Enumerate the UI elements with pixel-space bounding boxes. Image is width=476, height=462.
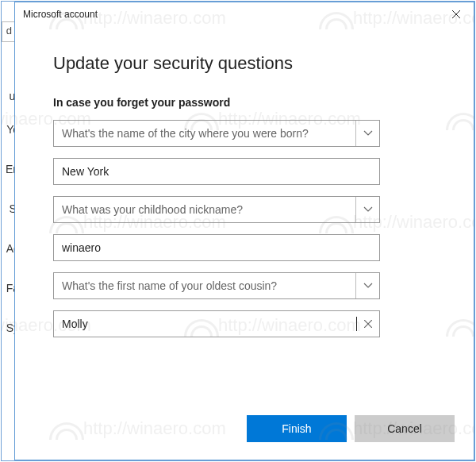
close-button[interactable] xyxy=(439,2,474,26)
cancel-button[interactable]: Cancel xyxy=(355,415,455,442)
answer-2-input[interactable]: winaero xyxy=(53,234,380,261)
answer-2-text: winaero xyxy=(62,241,371,254)
subheading: In case you forget your password xyxy=(53,96,436,109)
question-3-text: What's the first name of your oldest cou… xyxy=(62,279,355,292)
close-icon xyxy=(364,320,372,328)
dialog-footer: Finish Cancel xyxy=(15,415,474,460)
question-2-select[interactable]: What was your childhood nickname? xyxy=(53,196,380,223)
question-1-text: What's the name of the city where you we… xyxy=(62,127,355,140)
chevron-down-icon xyxy=(355,197,379,222)
image-frame: d ur Yo En Si Ac Fa Sy Microsoft account… xyxy=(1,1,475,461)
answer-3-input[interactable]: Molly xyxy=(53,310,380,337)
titlebar: Microsoft account xyxy=(15,2,474,26)
finish-button[interactable]: Finish xyxy=(247,415,347,442)
question-2-text: What was your childhood nickname? xyxy=(62,203,355,216)
answer-1-input[interactable]: New York xyxy=(53,158,380,185)
question-1-select[interactable]: What's the name of the city where you we… xyxy=(53,120,380,147)
security-questions-dialog: Microsoft account Update your security q… xyxy=(14,2,474,460)
chevron-down-icon xyxy=(355,273,379,298)
answer-3-text: Molly xyxy=(62,318,355,330)
dialog-content: Update your security questions In case y… xyxy=(15,26,474,415)
window-title: Microsoft account xyxy=(23,9,439,20)
clear-input-button[interactable] xyxy=(357,311,379,337)
chevron-down-icon xyxy=(355,121,379,146)
answer-1-text: New York xyxy=(62,165,371,178)
close-icon xyxy=(452,10,460,18)
question-3-select[interactable]: What's the first name of your oldest cou… xyxy=(53,272,380,299)
page-title: Update your security questions xyxy=(53,53,436,74)
